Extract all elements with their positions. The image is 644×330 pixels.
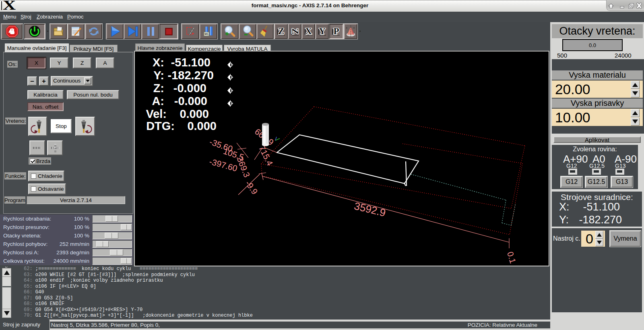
svg-text:0.1: 0.1 <box>506 250 518 264</box>
svg-text:369.3: 369.3 <box>235 156 252 179</box>
svg-text:3592.9: 3592.9 <box>353 200 387 219</box>
svg-text:+: + <box>346 26 348 30</box>
svg-text:715.4: 715.4 <box>257 144 275 167</box>
svg-text:-397.60: -397.60 <box>208 157 239 173</box>
svg-text:-9.9: -9.9 <box>244 179 260 196</box>
svg-text:+: + <box>353 26 355 30</box>
svg-text:M1: M1 <box>204 33 208 35</box>
